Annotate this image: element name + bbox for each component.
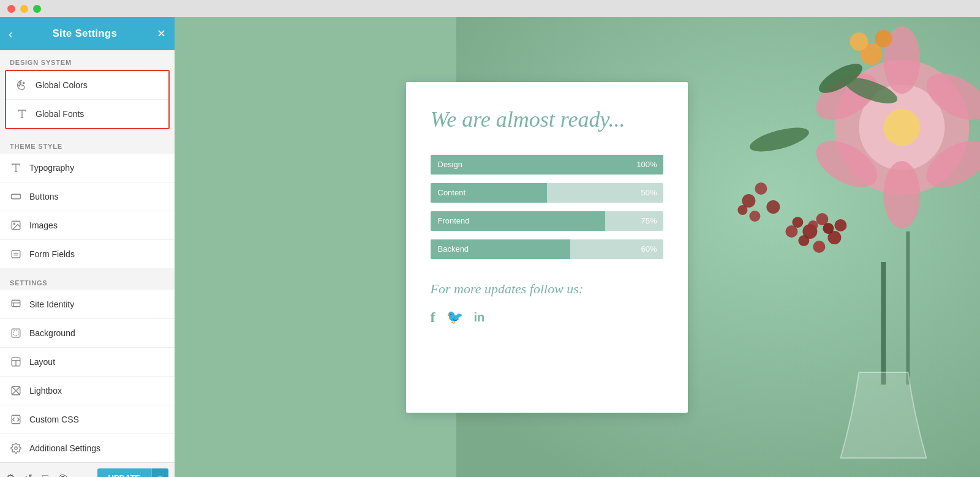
svg-point-51 bbox=[750, 211, 761, 222]
sidebar-item-global-fonts[interactable]: Global Fonts bbox=[6, 100, 168, 128]
design-system-section: DESIGN SYSTEM Global Colors bbox=[0, 50, 175, 134]
update-dropdown-button[interactable]: ▾ bbox=[151, 468, 168, 477]
sidebar-item-global-colors[interactable]: Global Colors bbox=[6, 71, 168, 100]
image-icon bbox=[10, 219, 22, 231]
preview-card: We are almost ready... Design 100% Conte… bbox=[406, 82, 688, 413]
buttons-label: Buttons bbox=[29, 192, 58, 201]
svg-rect-10 bbox=[12, 250, 20, 258]
background-label: Background bbox=[29, 328, 75, 338]
svg-point-25 bbox=[15, 447, 18, 450]
progress-backend-label: Backend bbox=[438, 244, 469, 254]
maximize-dot[interactable] bbox=[33, 5, 41, 13]
lightbox-icon bbox=[10, 385, 22, 397]
svg-point-42 bbox=[799, 235, 810, 246]
twitter-icon[interactable]: 🐦 bbox=[447, 309, 463, 325]
update-button[interactable]: UPDATE bbox=[97, 468, 151, 477]
settings-section: SETTINGS Site Identity bbox=[0, 271, 175, 462]
progress-frontend-percent: 75% bbox=[641, 216, 657, 225]
sidebar-item-form-fields[interactable]: Form Fields bbox=[0, 240, 175, 268]
sidebar-header: ‹ Site Settings ✕ bbox=[0, 17, 175, 50]
settings-icon[interactable]: ⚙ bbox=[6, 472, 15, 477]
facebook-icon[interactable]: f bbox=[431, 309, 435, 326]
app-body: ‹ Site Settings ✕ DESIGN SYSTEM bbox=[0, 17, 980, 477]
history-icon[interactable]: ↺ bbox=[24, 472, 32, 477]
design-system-box: Global Colors Global Fonts bbox=[5, 70, 170, 129]
sidebar-item-custom-css[interactable]: Custom CSS bbox=[0, 405, 175, 434]
content-area: We are almost ready... Design 100% Conte… bbox=[175, 17, 980, 477]
theme-style-section: THEME STYLE Typography Buttons bbox=[0, 134, 175, 268]
additional-settings-label: Additional Settings bbox=[29, 443, 100, 453]
sidebar-item-lightbox[interactable]: Lightbox bbox=[0, 377, 175, 405]
additional-settings-icon bbox=[10, 442, 22, 454]
svg-rect-16 bbox=[12, 329, 20, 337]
heading-icon bbox=[10, 162, 22, 174]
layout-label: Layout bbox=[29, 357, 55, 367]
sidebar-item-images[interactable]: Images bbox=[0, 211, 175, 240]
social-icons: f 🐦 in bbox=[431, 309, 663, 326]
svg-point-0 bbox=[20, 82, 21, 83]
svg-point-49 bbox=[755, 182, 767, 195]
titlebar bbox=[0, 0, 980, 17]
global-colors-label: Global Colors bbox=[36, 80, 88, 90]
back-button[interactable]: ‹ bbox=[9, 28, 13, 40]
sidebar: ‹ Site Settings ✕ DESIGN SYSTEM bbox=[0, 17, 175, 477]
theme-style-label: THEME STYLE bbox=[0, 134, 175, 154]
svg-point-50 bbox=[767, 200, 780, 214]
sidebar-item-typography[interactable]: Typography bbox=[0, 154, 175, 182]
custom-css-label: Custom CSS bbox=[29, 415, 79, 424]
progress-design: Design 100% bbox=[431, 155, 663, 175]
sidebar-item-background[interactable]: Background bbox=[0, 319, 175, 348]
responsive-icon[interactable]: □ bbox=[42, 473, 48, 478]
font-icon bbox=[16, 108, 28, 120]
svg-rect-13 bbox=[12, 300, 20, 307]
design-system-label: DESIGN SYSTEM bbox=[0, 50, 175, 70]
svg-point-2 bbox=[18, 85, 20, 86]
progress-content: Content 50% bbox=[431, 183, 663, 203]
palette-icon bbox=[16, 79, 28, 91]
preview-title: We are almost ready... bbox=[431, 107, 663, 133]
progress-content-percent: 50% bbox=[641, 188, 657, 197]
lightbox-label: Lightbox bbox=[29, 386, 62, 396]
svg-point-29 bbox=[884, 109, 921, 146]
sidebar-item-buttons[interactable]: Buttons bbox=[0, 182, 175, 211]
close-button[interactable]: ✕ bbox=[157, 28, 166, 39]
sidebar-item-additional-settings[interactable]: Additional Settings bbox=[0, 434, 175, 462]
progress-frontend-label: Frontend bbox=[438, 216, 470, 225]
svg-point-45 bbox=[835, 219, 847, 231]
global-fonts-label: Global Fonts bbox=[36, 109, 84, 119]
preview-icon[interactable]: 👁 bbox=[58, 473, 68, 478]
sidebar-title: Site Settings bbox=[53, 28, 118, 40]
svg-point-43 bbox=[823, 223, 834, 234]
svg-point-41 bbox=[813, 241, 826, 253]
background-icon bbox=[10, 327, 22, 339]
form-icon bbox=[10, 248, 22, 260]
svg-point-52 bbox=[738, 205, 748, 215]
svg-point-9 bbox=[13, 223, 15, 224]
svg-point-44 bbox=[809, 220, 818, 230]
progress-design-label: Design bbox=[438, 160, 462, 169]
site-identity-label: Site Identity bbox=[29, 299, 74, 309]
typography-label: Typography bbox=[29, 163, 74, 173]
minimize-dot[interactable] bbox=[20, 5, 28, 13]
linkedin-icon[interactable]: in bbox=[474, 310, 485, 325]
svg-rect-7 bbox=[12, 194, 21, 199]
svg-point-54 bbox=[850, 32, 869, 51]
close-dot[interactable] bbox=[7, 5, 15, 13]
sidebar-item-site-identity[interactable]: Site Identity bbox=[0, 290, 175, 319]
update-group: UPDATE ▾ bbox=[97, 468, 168, 477]
progress-design-percent: 100% bbox=[636, 160, 657, 169]
images-label: Images bbox=[29, 220, 58, 230]
button-icon bbox=[10, 190, 22, 203]
toolbar-icons: ⚙ ↺ □ 👁 bbox=[6, 472, 68, 477]
progress-frontend: Frontend 75% bbox=[431, 211, 663, 231]
svg-rect-17 bbox=[13, 331, 18, 336]
progress-content-label: Content bbox=[438, 188, 466, 197]
sidebar-toolbar: ⚙ ↺ □ 👁 UPDATE ▾ bbox=[0, 462, 175, 477]
sidebar-item-layout[interactable]: Layout bbox=[0, 348, 175, 377]
svg-point-47 bbox=[793, 217, 804, 228]
svg-point-33 bbox=[884, 161, 921, 228]
site-identity-icon bbox=[10, 298, 22, 310]
layout-icon bbox=[10, 356, 22, 368]
follow-text: For more updates follow us: bbox=[431, 281, 663, 297]
form-fields-label: Form Fields bbox=[29, 249, 75, 259]
